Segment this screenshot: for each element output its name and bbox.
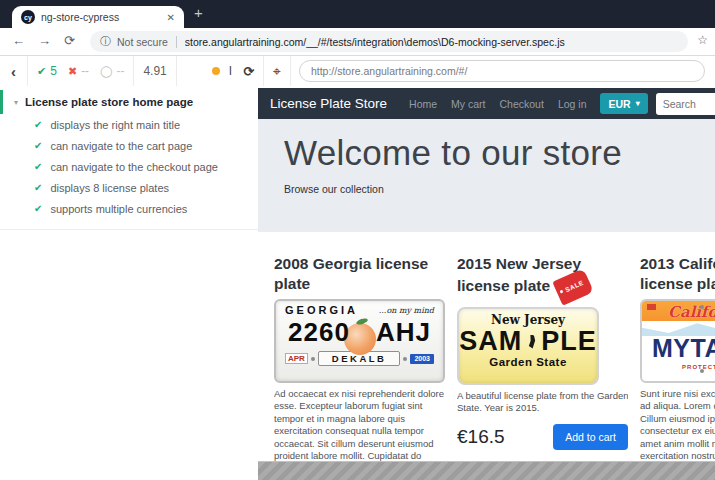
reload-icon[interactable]: ⟳ bbox=[64, 33, 75, 48]
runner-toolbar: ‹ ✔ 5 ✖ -- ◯ -- 4.91 I ⟳ ⌖ bbox=[0, 56, 715, 87]
check-icon: ✔ bbox=[34, 119, 42, 130]
autoscroll-dot-icon bbox=[212, 67, 220, 75]
test-row[interactable]: ✔ displays 8 license plates bbox=[0, 177, 258, 198]
plate-number-right: PLE bbox=[541, 326, 597, 357]
test-row[interactable]: ✔ can navigate to the cart page bbox=[0, 135, 258, 156]
suite-header[interactable]: ▾ License plate store home page bbox=[0, 90, 258, 114]
product-card-california: 2013 California Tahoe license plate Cali… bbox=[640, 254, 715, 462]
forward-icon[interactable]: → bbox=[38, 33, 51, 48]
california-plate-image: California MYTAHOE PROTECT LAKE TAHOE bbox=[640, 299, 715, 383]
cypress-favicon-icon: cy bbox=[21, 10, 35, 24]
product-grid: 2008 Georgia license plate GEORGIA ...on… bbox=[274, 254, 715, 462]
test-label: can navigate to the cart page bbox=[50, 140, 192, 152]
add-to-cart-button[interactable]: Add to cart bbox=[553, 424, 628, 450]
failed-count: -- bbox=[81, 64, 89, 78]
rerun-tests-icon[interactable]: ⟳ bbox=[243, 64, 254, 79]
test-row[interactable]: ✔ can navigate to the checkout page bbox=[0, 156, 258, 177]
new-jersey-outline-icon bbox=[527, 335, 536, 349]
test-stats: ✔ 5 ✖ -- ◯ -- bbox=[28, 56, 134, 86]
nav-link-log-in[interactable]: Log in bbox=[558, 98, 587, 110]
nav-link-checkout[interactable]: Checkout bbox=[500, 98, 544, 110]
caret-down-icon: ▾ bbox=[636, 99, 640, 108]
test-reporter-sidebar: ▾ License plate store home page ✔ displa… bbox=[0, 86, 258, 480]
product-description: A beautiful license plate from the Garde… bbox=[457, 390, 628, 415]
check-icon: ✔ bbox=[34, 161, 42, 172]
product-title: 2013 California Tahoe license plate bbox=[640, 254, 715, 293]
passed-count: 5 bbox=[50, 64, 57, 78]
selector-playground-icon[interactable]: ⌖ bbox=[263, 56, 291, 86]
browser-window: cy ng-store-cypress ✕ + ← → ⟳ ⓘ Not secu… bbox=[0, 0, 715, 480]
omnibox-divider bbox=[176, 36, 177, 48]
hero-title: Welcome to our store bbox=[284, 133, 689, 173]
plate-state-text: New Jersey bbox=[459, 313, 597, 327]
fail-icon: ✖ bbox=[68, 65, 77, 78]
runner-tools: I ⟳ bbox=[203, 56, 263, 86]
plate-number-left: 2260 bbox=[288, 317, 350, 348]
bookmark-star-icon[interactable]: ☆ bbox=[697, 33, 708, 47]
product-title: 2008 Georgia license plate bbox=[274, 254, 445, 293]
screw-icon bbox=[311, 357, 315, 361]
cursor-icon: I bbox=[229, 64, 232, 78]
suite-title: License plate store home page bbox=[25, 96, 193, 108]
sale-badge-icon: SALE bbox=[552, 268, 594, 305]
browser-tab[interactable]: cy ng-store-cypress ✕ bbox=[12, 6, 184, 28]
tab-close-icon[interactable]: ✕ bbox=[167, 12, 175, 23]
test-row[interactable]: ✔ supports multiple currencies bbox=[0, 198, 258, 219]
security-label: Not secure bbox=[117, 36, 168, 48]
tab-strip: cy ng-store-cypress ✕ + bbox=[0, 0, 715, 28]
new-tab-button[interactable]: + bbox=[194, 4, 203, 21]
hero-jumbotron: Welcome to our store Browse our collecti… bbox=[258, 119, 715, 232]
app-navbar: License Plate Store Home My cart Checkou… bbox=[258, 88, 715, 119]
plate-month-sticker: APR bbox=[285, 353, 308, 364]
pending-icon: ◯ bbox=[100, 65, 112, 78]
plate-bottom-text: PROTECT LAKE TAHOE bbox=[642, 364, 715, 370]
test-label: displays 8 license plates bbox=[50, 182, 169, 194]
screw-icon bbox=[403, 357, 407, 361]
check-icon: ✔ bbox=[37, 65, 46, 78]
test-label: can navigate to the checkout page bbox=[50, 161, 218, 173]
search-input[interactable] bbox=[656, 93, 715, 115]
pending-count: -- bbox=[116, 64, 124, 78]
test-label: supports multiple currencies bbox=[50, 203, 187, 215]
browse-collection-link[interactable]: Browse our collection bbox=[284, 183, 689, 195]
product-description: Ad occaecat ex nisi reprehenderit dolore… bbox=[274, 388, 445, 462]
check-icon: ✔ bbox=[34, 182, 42, 193]
test-row[interactable]: ✔ displays the right main title bbox=[0, 114, 258, 135]
caret-down-icon: ▾ bbox=[14, 98, 18, 107]
check-icon: ✔ bbox=[34, 140, 42, 151]
url-text: store.angulartraining.com/__/#/tests/int… bbox=[185, 36, 565, 48]
product-price: €16.5 bbox=[457, 426, 505, 448]
app-under-test: License Plate Store Home My cart Checkou… bbox=[258, 86, 715, 480]
currency-label: EUR bbox=[608, 98, 630, 110]
plate-number-left: SAM bbox=[459, 326, 522, 357]
plate-slogan-text: ...on my mind bbox=[379, 306, 434, 315]
nav-links: Home My cart Checkout Log in bbox=[409, 98, 600, 110]
currency-dropdown[interactable]: EUR ▾ bbox=[600, 93, 647, 114]
info-icon[interactable]: ⓘ bbox=[100, 34, 111, 49]
collapse-reporter-button[interactable]: ‹ bbox=[0, 56, 28, 86]
plate-state-text: California bbox=[668, 303, 715, 321]
product-description: Sunt irure nisi excepteur do ad aliqua. … bbox=[640, 388, 715, 462]
screw-icon bbox=[700, 369, 704, 373]
brand-link[interactable]: License Plate Store bbox=[270, 96, 387, 111]
georgia-plate-image: GEORGIA ...on my mind 2260 AHJ APR DEKAL… bbox=[274, 299, 445, 383]
nav-link-home[interactable]: Home bbox=[409, 98, 437, 110]
registration-sticker-icon bbox=[647, 304, 656, 310]
viewport-edge-stripes bbox=[258, 461, 715, 480]
test-label: displays the right main title bbox=[50, 119, 180, 131]
tab-title: ng-store-cypress bbox=[41, 11, 163, 23]
failed-stat: ✖ -- bbox=[68, 64, 89, 78]
new-jersey-plate-image: New Jersey SAM PLE Garden State bbox=[457, 307, 599, 385]
product-card-new-jersey: 2015 New Jersey license plateSALE New Je… bbox=[457, 254, 628, 462]
browser-toolbar: ← → ⟳ ⓘ Not secure store.angulartraining… bbox=[0, 28, 715, 56]
plate-year-sticker: 2003 bbox=[410, 354, 434, 364]
plate-number-right: AHJ bbox=[376, 317, 431, 348]
nav-link-my-cart[interactable]: My cart bbox=[451, 98, 485, 110]
test-suite: ▾ License plate store home page ✔ displa… bbox=[0, 86, 258, 230]
plate-state-text: GEORGIA bbox=[285, 304, 358, 316]
plate-slogan-text: Garden State bbox=[459, 356, 597, 368]
aut-url-input[interactable] bbox=[299, 60, 705, 82]
back-icon[interactable]: ← bbox=[12, 33, 25, 48]
address-bar[interactable]: ⓘ Not secure store.angulartraining.com/_… bbox=[90, 31, 688, 52]
passed-stat: ✔ 5 bbox=[37, 64, 57, 78]
